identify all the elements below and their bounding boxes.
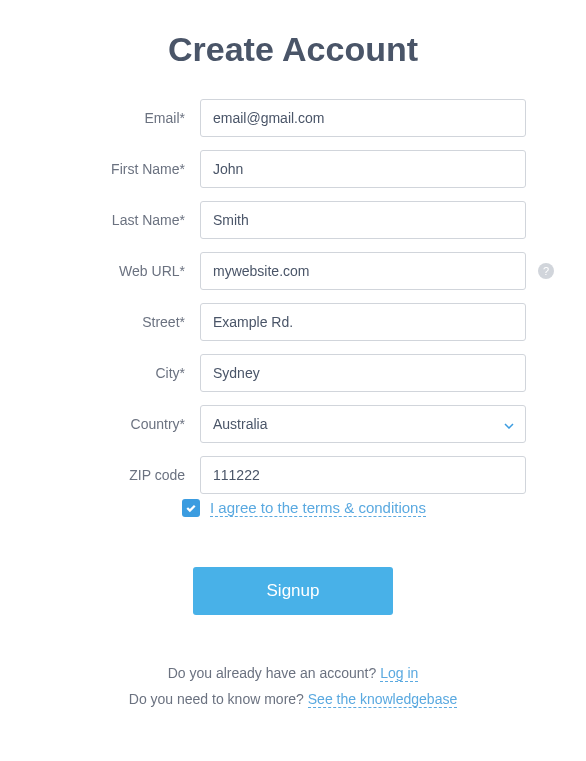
street-input[interactable] xyxy=(200,303,526,341)
last-name-label: Last Name* xyxy=(60,212,200,228)
kb-prompt-text: Do you need to know more? xyxy=(129,691,308,707)
country-row: Country* Australia xyxy=(60,405,526,443)
kb-prompt: Do you need to know more? See the knowle… xyxy=(60,691,526,707)
city-input[interactable] xyxy=(200,354,526,392)
city-row: City* xyxy=(60,354,526,392)
zip-row: ZIP code xyxy=(60,456,526,494)
email-label: Email* xyxy=(60,110,200,126)
country-select[interactable]: Australia xyxy=(200,405,526,443)
signup-button[interactable]: Signup xyxy=(193,567,393,615)
zip-input[interactable] xyxy=(200,456,526,494)
first-name-row: First Name* xyxy=(60,150,526,188)
signup-form: Email* First Name* Last Name* Web URL* ?… xyxy=(60,99,526,615)
street-label: Street* xyxy=(60,314,200,330)
zip-label: ZIP code xyxy=(60,467,200,483)
web-url-label: Web URL* xyxy=(60,263,200,279)
login-prompt-text: Do you already have an account? xyxy=(168,665,380,681)
first-name-label: First Name* xyxy=(60,161,200,177)
first-name-input[interactable] xyxy=(200,150,526,188)
email-row: Email* xyxy=(60,99,526,137)
email-input[interactable] xyxy=(200,99,526,137)
last-name-row: Last Name* xyxy=(60,201,526,239)
street-row: Street* xyxy=(60,303,526,341)
terms-link[interactable]: I agree to the terms & conditions xyxy=(210,499,426,517)
web-url-input[interactable] xyxy=(200,252,526,290)
terms-checkbox[interactable] xyxy=(182,499,200,517)
last-name-input[interactable] xyxy=(200,201,526,239)
page-title: Create Account xyxy=(60,30,526,69)
country-select-wrapper: Australia xyxy=(200,405,526,443)
login-link[interactable]: Log in xyxy=(380,665,418,682)
country-label: Country* xyxy=(60,416,200,432)
terms-row: I agree to the terms & conditions xyxy=(182,499,526,517)
login-prompt: Do you already have an account? Log in xyxy=(60,665,526,681)
web-url-row: Web URL* ? xyxy=(60,252,526,290)
kb-link[interactable]: See the knowledgebase xyxy=(308,691,457,708)
help-icon[interactable]: ? xyxy=(538,263,554,279)
check-icon xyxy=(185,502,197,514)
city-label: City* xyxy=(60,365,200,381)
